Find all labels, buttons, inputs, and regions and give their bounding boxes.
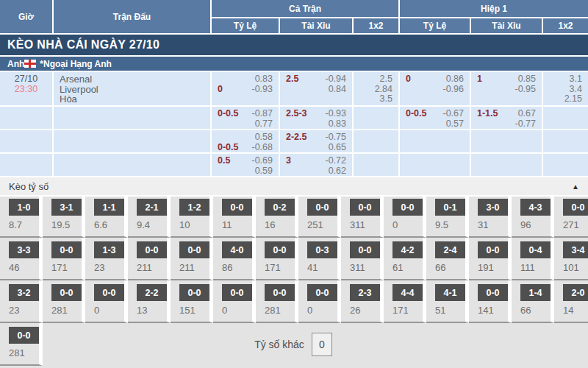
correct-score-section: Kèo tỷ số ▲ 1-08.73-119.51-16.62-19.41-2… bbox=[0, 177, 588, 368]
score-odds-button[interactable]: 0-0 bbox=[94, 284, 124, 301]
score-odds-button[interactable]: 0-0 bbox=[563, 199, 588, 216]
score-odds-button[interactable]: 2-4 bbox=[435, 241, 465, 258]
score-odds-button[interactable]: 2-0 bbox=[563, 284, 588, 301]
odds-cell-handicap-fulltime[interactable]: 0-0.5-0.870.77 bbox=[212, 107, 279, 129]
score-cell: 0-00 bbox=[85, 280, 128, 323]
score-cell: 0-216 bbox=[256, 197, 298, 238]
odds-cell-overunder-firsthalf[interactable]: 10.85-0.95 bbox=[471, 72, 542, 105]
score-odds-button[interactable]: 0-0 bbox=[392, 199, 423, 216]
odds-cell-overunder-fulltime[interactable]: 2-2.5-0.750.65 bbox=[280, 130, 352, 152]
odds-value: 3.1 bbox=[570, 74, 582, 85]
score-odds-button[interactable]: 0-0 bbox=[137, 241, 167, 258]
score-odds-value: 86 bbox=[222, 262, 252, 273]
score-odds-button[interactable]: 4-4 bbox=[392, 284, 423, 301]
header-group-fulltime: Cả Trận bbox=[212, 0, 398, 17]
odds-cell-overunder-fulltime[interactable]: 3-0.720.62 bbox=[280, 154, 352, 176]
score-odds-button[interactable]: 1-2 bbox=[179, 199, 209, 216]
score-odds-button[interactable]: 4-2 bbox=[392, 241, 423, 258]
collapse-icon[interactable]: ▲ bbox=[572, 183, 579, 191]
correct-score-grid: 1-08.73-119.51-16.62-19.41-2100-0110-216… bbox=[0, 197, 588, 366]
score-odds-button[interactable]: 4-3 bbox=[520, 199, 551, 216]
score-odds-button[interactable]: 0-0 bbox=[51, 284, 82, 301]
score-odds-button[interactable]: 1-0 bbox=[9, 199, 39, 216]
score-odds-button[interactable]: 1-3 bbox=[94, 241, 124, 258]
score-cell: 1-210 bbox=[171, 197, 213, 238]
other-score-input[interactable]: 0 bbox=[312, 333, 332, 356]
subheader-overunder-firsthalf: Tài Xỉu bbox=[471, 18, 542, 33]
odds-value: -0.93 bbox=[326, 109, 347, 119]
score-odds-button[interactable]: 2-2 bbox=[137, 284, 167, 301]
score-odds-button[interactable]: 0-0 bbox=[350, 241, 380, 258]
score-odds-button[interactable]: 0-0 bbox=[478, 241, 508, 258]
odds-cell-overunder-fulltime[interactable]: 2.5-3-0.930.83 bbox=[280, 107, 352, 129]
score-odds-button[interactable]: 0-3 bbox=[307, 241, 337, 258]
score-odds-value: 16 bbox=[265, 219, 295, 230]
empty-cell bbox=[0, 107, 52, 129]
handicap-value: 2-2.5 bbox=[286, 132, 307, 143]
score-odds-button[interactable]: 0-0 bbox=[265, 241, 295, 258]
odds-value: -0.87 bbox=[252, 109, 273, 119]
odds-cell-overunder-fulltime[interactable]: 2.5-0.940.84 bbox=[280, 72, 352, 105]
score-odds-button[interactable]: 0-0 bbox=[478, 284, 508, 301]
subheader-overunder-fulltime: Tài Xỉu bbox=[280, 18, 352, 33]
score-odds-button[interactable]: 0-0 bbox=[265, 284, 295, 301]
score-row: 3-3460-01711-3230-02110-02114-0860-01710… bbox=[0, 238, 588, 280]
score-odds-button[interactable]: 3-4 bbox=[563, 241, 588, 258]
league-header: Anh *Ngoại Hạng Anh bbox=[0, 57, 588, 71]
teams-cell: ArsenalLiverpoolHòa bbox=[54, 72, 210, 105]
score-odds-value: 111 bbox=[520, 262, 551, 273]
score-odds-button[interactable]: 1-1 bbox=[94, 199, 124, 216]
odds-value: 2.15 bbox=[564, 94, 582, 105]
score-odds-button[interactable]: 4-1 bbox=[435, 284, 465, 301]
draw-label: Hòa bbox=[60, 94, 204, 105]
odds-cell-overunder-firsthalf[interactable]: 1-1.50.67-0.77 bbox=[471, 107, 542, 129]
odds-cell-1x2-firsthalf bbox=[543, 154, 588, 176]
odds-value: 0.59 bbox=[255, 166, 273, 177]
odds-value: -0.69 bbox=[252, 156, 273, 166]
score-odds-button[interactable]: 2-1 bbox=[137, 199, 167, 216]
odds-cell-1x2-fulltime[interactable]: 2.52.843.5 bbox=[354, 72, 398, 105]
odds-value: 0.83 bbox=[255, 74, 273, 85]
odds-value: -0.68 bbox=[252, 143, 273, 153]
score-odds-button[interactable]: 0-0 bbox=[9, 327, 39, 344]
score-odds-button[interactable]: 1-4 bbox=[520, 284, 551, 301]
score-odds-button[interactable]: 3-1 bbox=[51, 199, 82, 216]
score-odds-button[interactable]: 3-3 bbox=[9, 241, 39, 258]
odds-value: -0.93 bbox=[252, 85, 273, 95]
odds-cell-handicap-fulltime[interactable]: 0.5-0.690.59 bbox=[212, 154, 279, 176]
odds-cell-1x2-firsthalf[interactable]: 3.13.42.15 bbox=[543, 72, 588, 105]
odds-cell-handicap-fulltime[interactable]: 0.580-0.5-0.68 bbox=[212, 130, 279, 152]
score-odds-value: 171 bbox=[392, 305, 423, 316]
score-odds-button[interactable]: 0-1 bbox=[435, 199, 465, 216]
score-odds-button[interactable]: 3-2 bbox=[9, 284, 39, 301]
odds-value: 0.83 bbox=[329, 119, 346, 130]
score-odds-button[interactable]: 0-0 bbox=[222, 284, 252, 301]
score-odds-button[interactable]: 0-2 bbox=[265, 199, 295, 216]
score-odds-button[interactable]: 3-0 bbox=[478, 199, 508, 216]
score-odds-button[interactable]: 0-0 bbox=[179, 284, 209, 301]
score-odds-value: 171 bbox=[51, 262, 82, 273]
score-odds-value: 9.4 bbox=[137, 219, 167, 230]
score-odds-button[interactable]: 0-0 bbox=[179, 241, 209, 258]
score-cell: 2-466 bbox=[426, 238, 469, 280]
score-odds-button[interactable]: 2-3 bbox=[350, 284, 380, 301]
score-cell: 0-19.5 bbox=[426, 197, 469, 238]
score-odds-button[interactable]: 0-0 bbox=[307, 199, 337, 216]
score-cell: 0-0281 bbox=[0, 323, 43, 366]
score-odds-button[interactable]: 0-0 bbox=[350, 199, 380, 216]
odds-value: 2.5 bbox=[380, 74, 392, 85]
score-odds-value: 0 bbox=[222, 305, 252, 316]
odds-cell-handicap-firsthalf[interactable]: 00.86-0.96 bbox=[400, 72, 470, 105]
odds-cell-handicap-firsthalf[interactable]: 0-0.5-0.670.57 bbox=[400, 107, 470, 129]
odds-cell-handicap-fulltime[interactable]: 0.830-0.93 bbox=[212, 72, 279, 105]
score-cell: 4-086 bbox=[213, 238, 256, 280]
score-odds-button[interactable]: 0-0 bbox=[51, 241, 82, 258]
score-odds-value: 66 bbox=[520, 305, 551, 316]
score-odds-button[interactable]: 0-0 bbox=[307, 284, 337, 301]
score-odds-button[interactable]: 0-4 bbox=[520, 241, 551, 258]
score-odds-value: 171 bbox=[265, 262, 295, 273]
score-odds-button[interactable]: 4-0 bbox=[222, 241, 252, 258]
score-odds-button[interactable]: 0-0 bbox=[222, 199, 252, 216]
empty-cell bbox=[54, 154, 210, 176]
score-cell: 1-16.6 bbox=[85, 197, 128, 238]
